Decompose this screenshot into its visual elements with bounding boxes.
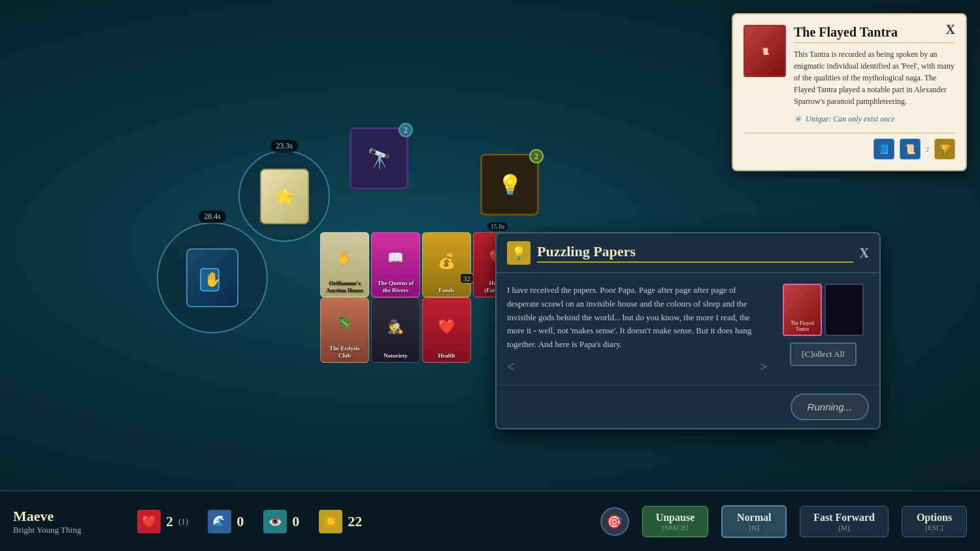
board-card-telescope[interactable]: 🔭 2 <box>350 127 408 190</box>
fast-forward-button[interactable]: Fast Forward [M] <box>800 506 889 537</box>
health-sub: (1) <box>178 516 188 527</box>
tooltip-title: The Flayed Tantra <box>794 25 955 43</box>
dialog-title: Puzzling Papers <box>537 243 853 263</box>
options-key: [ESC] <box>925 524 943 531</box>
dialog-prev-button[interactable]: < <box>507 359 514 375</box>
oriflamme-label: Oriflamme's Auction House <box>323 280 366 294</box>
hand-icon: ✋ <box>198 263 227 292</box>
hand-card-blue[interactable]: ✋ <box>186 248 238 307</box>
player-info: Maeve Bright Young Thing <box>13 508 118 535</box>
dialog-navigation: < > <box>507 359 767 375</box>
collect-all-button[interactable]: [C]ollect All <box>790 342 856 366</box>
svg-text:✋: ✋ <box>204 271 222 288</box>
funds-count-badge: 32 <box>460 273 474 284</box>
dialog-header: 💡 Puzzling Papers X <box>497 233 879 273</box>
puzzling-papers-dialog: 💡 Puzzling Papers X I have received the … <box>495 232 881 429</box>
tooltip-unique: ✳ Unique: Can only exist once <box>794 114 955 125</box>
reason-stat: 👁️ 0 <box>263 510 299 533</box>
funds-icon: ☀️ <box>319 510 342 533</box>
hand-card-oriflamme[interactable]: ✋ Oriflamme's Auction House <box>320 232 369 297</box>
board-timer-left: 28.4s <box>199 210 226 223</box>
board-circle-topleft: 23.3s ⭐ <box>238 150 330 242</box>
health-label: Health <box>438 352 455 359</box>
tooltip-title-section: The Flayed Tantra This Tantra is recorde… <box>794 25 955 125</box>
reason-icon: 👁️ <box>263 510 287 533</box>
ecdysis-label: The Ecdysis Club <box>323 345 366 359</box>
normal-button[interactable]: Normal [N] <box>721 505 787 538</box>
player-title: Bright Young Thing <box>13 525 118 535</box>
dialog-icon: 💡 <box>507 241 531 265</box>
dialog-close-button[interactable]: X <box>860 246 869 261</box>
preview-flayed-tantra[interactable]: The Flayed Tantra <box>783 284 822 336</box>
tooltip-icon-book[interactable]: 📘 <box>874 139 894 159</box>
tooltip-header: 📜 The Flayed Tantra This Tantra is recor… <box>743 25 955 125</box>
hand-card-health[interactable]: ❤️ Health <box>422 297 471 363</box>
tooltip-close-button[interactable]: X <box>946 22 955 37</box>
dialog-next-button[interactable]: > <box>760 359 767 375</box>
funds-value: 22 <box>348 513 362 530</box>
unpause-label: Unpause <box>656 512 695 524</box>
tooltip-description: This Tantra is recorded as being spoken … <box>794 48 955 107</box>
reason-value: 0 <box>292 513 299 530</box>
fast-forward-label: Fast Forward <box>813 512 875 524</box>
options-button[interactable]: Options [ESC] <box>902 506 967 537</box>
dialog-text-section: I have received the papers. Poor Papa. P… <box>507 284 767 375</box>
board-circle-left: 28.4s ✋ <box>157 222 268 333</box>
fast-forward-key: [M] <box>839 524 850 531</box>
unpause-key: [SPACE] <box>662 524 689 531</box>
passion-value: 0 <box>237 513 244 530</box>
hand-card-funds[interactable]: 💰 Funds 32 <box>422 232 471 297</box>
notoriety-label: Notoriety <box>384 352 407 359</box>
tooltip-count: 2 <box>926 139 930 159</box>
normal-label: Normal <box>737 512 771 524</box>
board-timer-topleft: 23.3s <box>270 140 298 152</box>
tooltip-footer: 📘 📜 2 🏆 <box>743 133 955 159</box>
dialog-footer: Running... <box>497 385 879 428</box>
tooltip-flayed-tantra: X 📜 The Flayed Tantra This Tantra is rec… <box>732 13 967 171</box>
dialog-card-preview: The Flayed Tantra <box>783 284 864 336</box>
dialog-text: I have received the papers. Poor Papa. P… <box>507 284 767 352</box>
health-value: 2 <box>166 513 173 530</box>
passion-stat: 🌊 0 <box>208 510 244 533</box>
preview-dark-card[interactable] <box>825 284 864 336</box>
dialog-cards-section: The Flayed Tantra [C]ollect All <box>777 284 869 375</box>
tooltip-icon-scroll[interactable]: 📜 <box>900 139 921 159</box>
player-name: Maeve <box>13 508 118 525</box>
health-stat: ❤️ 2 (1) <box>137 510 188 533</box>
unique-icon: ✳ <box>794 114 802 125</box>
options-label: Options <box>917 512 952 524</box>
lightbulb-count-badge: 2 <box>529 149 544 163</box>
tooltip-card-image: 📜 <box>743 25 786 77</box>
tooltip-icon-gold[interactable]: 🏆 <box>934 139 955 159</box>
passion-icon: 🌊 <box>208 510 231 533</box>
hand-card-queens[interactable]: 📖 The Queens of the Rivers <box>371 232 420 297</box>
hand-card-ecdysis[interactable]: 🦎 The Ecdysis Club <box>320 297 369 363</box>
funds-label: Funds <box>438 287 454 294</box>
dialog-body: I have received the papers. Poor Papa. P… <box>497 273 879 385</box>
board-card-lightbulb[interactable]: 💡 2 <box>480 154 539 216</box>
funds-stat: ☀️ 22 <box>319 510 362 533</box>
bottom-bar: Maeve Bright Young Thing ❤️ 2 (1) 🌊 0 👁️… <box>0 490 980 551</box>
telescope-count-badge: 2 <box>399 123 413 137</box>
unpause-button[interactable]: Unpause [SPACE] <box>642 506 709 537</box>
queens-label: The Queens of the Rivers <box>374 280 417 294</box>
misc-icon-button[interactable]: 🎯 <box>600 507 629 536</box>
normal-key: [N] <box>749 524 759 531</box>
board-card-cloud[interactable]: ⭐ <box>260 169 309 224</box>
hand-card-notoriety[interactable]: 🕵️ Notoriety <box>371 297 420 363</box>
health-icon: ❤️ <box>137 510 161 533</box>
running-button[interactable]: Running... <box>791 393 869 420</box>
